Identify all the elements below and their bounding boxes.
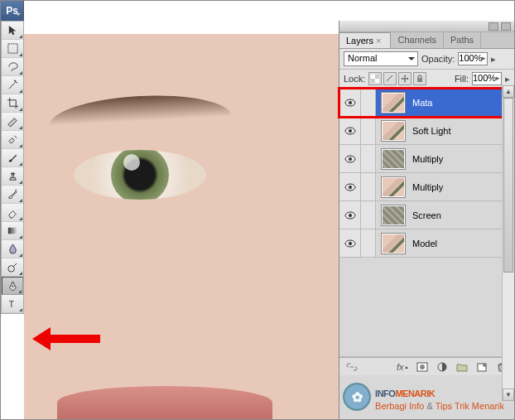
slice-tool[interactable]: [2, 113, 23, 131]
clone-stamp-tool[interactable]: [2, 167, 23, 186]
eye-icon: [344, 155, 356, 163]
annotation-arrow: [32, 327, 100, 350]
lock-all-button[interactable]: [413, 72, 426, 85]
layer-thumbnail[interactable]: [381, 120, 406, 142]
tab-channels[interactable]: Channels: [391, 32, 443, 48]
link-column[interactable]: [361, 145, 376, 172]
eye-icon: [344, 127, 356, 135]
lock-options-row: Lock: Fill: 100% ▸: [339, 70, 514, 89]
visibility-toggle[interactable]: [339, 117, 361, 144]
layer-thumbnail[interactable]: [381, 92, 406, 113]
visibility-toggle[interactable]: [339, 173, 361, 200]
visibility-toggle[interactable]: [339, 201, 361, 229]
pen-tool[interactable]: [2, 277, 23, 295]
svg-point-14: [349, 157, 352, 161]
visibility-toggle[interactable]: [339, 145, 361, 172]
history-brush-tool[interactable]: [2, 186, 23, 204]
layer-row[interactable]: Multiply: [339, 173, 514, 201]
svg-point-10: [349, 101, 352, 104]
svg-rect-0: [7, 44, 17, 53]
opacity-label: Opacity:: [421, 54, 455, 64]
svg-point-16: [349, 186, 352, 189]
layer-mask-button[interactable]: [413, 360, 431, 374]
fill-label: Fill:: [455, 74, 469, 84]
layer-row[interactable]: Multiply: [339, 145, 514, 173]
svg-point-3: [12, 285, 13, 287]
svg-rect-6: [371, 75, 375, 79]
layer-thumbnail[interactable]: [381, 233, 406, 254]
adjustment-layer-button[interactable]: [433, 360, 451, 374]
fill-input[interactable]: 100%: [472, 72, 502, 85]
panel-minimize-button[interactable]: [489, 22, 498, 31]
tab-layers[interactable]: Layers×: [339, 32, 391, 48]
type-tool[interactable]: T: [2, 295, 23, 313]
panel-close-button[interactable]: [501, 22, 511, 31]
dodge-tool[interactable]: [2, 258, 23, 277]
watermark-sub-a: Berbagi Info: [375, 401, 426, 411]
layer-name: Mata: [412, 98, 432, 108]
eraser-tool[interactable]: [2, 204, 23, 222]
brush-tool[interactable]: [2, 149, 23, 167]
link-column[interactable]: [361, 229, 376, 257]
blend-options-row: Normal Opacity: 100% ▸: [339, 49, 514, 70]
svg-point-2: [7, 266, 14, 273]
layer-row[interactable]: Screen: [339, 201, 514, 229]
layer-name: Soft Light: [412, 126, 450, 136]
tab-paths[interactable]: Paths: [444, 32, 481, 48]
svg-rect-7: [375, 79, 379, 83]
opacity-slider-arrow[interactable]: ▸: [491, 54, 496, 65]
svg-point-23: [420, 364, 425, 369]
crop-tool[interactable]: [2, 94, 23, 113]
blur-tool[interactable]: [2, 240, 23, 258]
app-logo: Ps: [1, 1, 24, 21]
layer-name: Multiply: [412, 182, 443, 192]
blend-mode-select[interactable]: Normal: [344, 51, 418, 66]
layer-row[interactable]: Soft Light: [339, 117, 514, 145]
watermark-title-b: MENARIK: [395, 389, 435, 398]
magic-wand-tool[interactable]: [2, 76, 23, 94]
layer-group-button[interactable]: [453, 360, 471, 374]
layer-row[interactable]: Model: [339, 229, 514, 258]
link-layers-button[interactable]: [343, 360, 361, 374]
link-column[interactable]: [361, 201, 376, 229]
tab-close-icon[interactable]: ×: [373, 36, 383, 46]
lock-pixels-button[interactable]: [383, 72, 397, 85]
watermark-sub-b: Tips Trik Menarik: [433, 401, 504, 411]
healing-brush-tool[interactable]: [2, 131, 23, 149]
scroll-down-button[interactable]: ▼: [503, 389, 514, 401]
gradient-tool[interactable]: [2, 222, 23, 240]
layers-empty-area[interactable]: [339, 258, 514, 357]
fill-slider-arrow[interactable]: ▸: [505, 74, 510, 84]
lock-transparency-button[interactable]: [368, 72, 382, 85]
eye-icon: [344, 99, 356, 107]
opacity-input[interactable]: 100%: [458, 52, 488, 65]
scroll-up-button[interactable]: ▲: [503, 85, 514, 98]
layer-name: Multiply: [412, 154, 443, 164]
link-column[interactable]: [361, 173, 376, 200]
layer-style-button[interactable]: fx: [393, 360, 412, 374]
panel-titlebar: [339, 21, 514, 32]
visibility-toggle[interactable]: [339, 229, 361, 257]
layer-name: Model: [412, 239, 437, 249]
new-layer-button[interactable]: [473, 360, 491, 374]
layer-thumbnail[interactable]: [381, 205, 406, 226]
panel-tabs: Layers× Channels Paths: [339, 32, 514, 49]
layers-scrollbar[interactable]: ▲ ▼: [502, 85, 514, 401]
lock-position-button[interactable]: [398, 72, 412, 85]
lasso-tool[interactable]: [2, 58, 23, 76]
svg-point-12: [349, 129, 352, 133]
link-column[interactable]: [361, 89, 376, 116]
tab-label: Layers: [346, 36, 373, 46]
visibility-toggle[interactable]: [339, 89, 361, 116]
layer-thumbnail[interactable]: [381, 176, 406, 198]
layers-panel-footer: fx: [339, 357, 514, 375]
marquee-tool[interactable]: [2, 40, 23, 58]
scroll-thumb[interactable]: [503, 98, 513, 273]
svg-rect-1: [7, 228, 17, 234]
svg-rect-8: [417, 78, 422, 82]
layers-panel: Layers× Channels Paths Normal Opacity: 1…: [339, 21, 514, 419]
move-tool[interactable]: [2, 22, 23, 40]
layer-row[interactable]: Mata: [339, 89, 514, 117]
link-column[interactable]: [361, 117, 376, 144]
layer-thumbnail[interactable]: [381, 148, 406, 170]
